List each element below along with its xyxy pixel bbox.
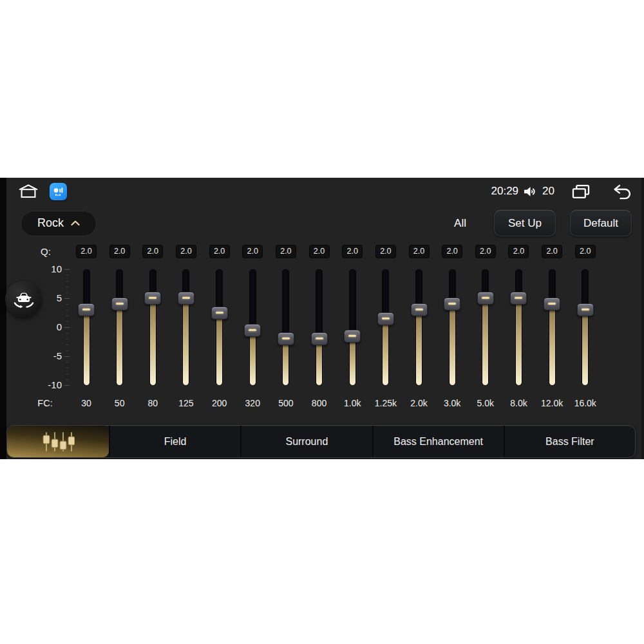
slider-handle-grip (216, 312, 223, 314)
slider-fill (482, 298, 488, 385)
q-value-box[interactable]: 2.0 (475, 245, 496, 258)
scale-tick (64, 269, 70, 270)
scale-tick (66, 350, 69, 351)
fc-row-label: FC: (32, 398, 58, 408)
slider-fill (350, 336, 355, 386)
q-value-box[interactable]: 2.0 (142, 245, 163, 258)
slider-handle[interactable] (144, 292, 161, 305)
slider-handle[interactable] (577, 303, 594, 316)
slider-handle-grip (149, 297, 156, 299)
q-value-box[interactable]: 2.0 (375, 245, 396, 258)
car-surround-button[interactable] (5, 281, 42, 317)
slider-handle-grip (282, 337, 290, 339)
slider-handle-grip (382, 317, 390, 319)
frequency-label: 16.0k (566, 398, 605, 408)
head-unit-screen: 20:29 20 (0, 178, 644, 459)
scale-tick (66, 316, 69, 316)
gain-scale-label: 10 (26, 263, 62, 275)
slider-handle-grip (348, 335, 356, 337)
tab-bar: Field Surround Bass Enhancement Bass Fil… (6, 425, 636, 458)
page: 20:29 20 (0, 0, 644, 644)
slider-fill (316, 339, 322, 385)
scale-tick (64, 385, 70, 386)
q-value-box[interactable]: 2.0 (176, 245, 196, 258)
tab-bass-filter[interactable]: Bass Filter (504, 426, 635, 457)
scale-tick (66, 310, 69, 310)
scale-tick (64, 298, 70, 299)
tab-bass-enhancement[interactable]: Bass Enhancement (372, 426, 504, 457)
gain-scale-label: 0 (26, 321, 62, 333)
slider-handle[interactable] (411, 303, 428, 316)
q-value-box[interactable]: 2.0 (575, 245, 596, 258)
gain-scale-label: -10 (26, 379, 62, 391)
q-value-box[interactable]: 2.0 (209, 245, 230, 258)
slider-handle[interactable] (278, 332, 294, 345)
scale-tick (66, 287, 69, 287)
slider-handle[interactable] (510, 292, 527, 305)
scale-tick (66, 379, 69, 380)
slider-fill (383, 319, 388, 386)
car-surround-icon (11, 287, 37, 312)
slider-handle-grip (415, 308, 423, 310)
slider-handle[interactable] (311, 332, 328, 345)
q-value-box[interactable]: 2.0 (76, 245, 97, 258)
scale-tick (66, 275, 69, 276)
equalizer-panel: Q: FC: 1050-5-102.0302.0502.0802.01252.0… (0, 178, 644, 459)
slider-fill (216, 313, 222, 386)
slider-handle-grip (116, 303, 124, 305)
scale-tick (64, 327, 70, 328)
slider-handle-grip (482, 297, 489, 299)
slider-handle[interactable] (78, 303, 95, 316)
slider-handle[interactable] (178, 292, 194, 305)
equalizer-sliders-icon (41, 431, 75, 453)
scale-tick (66, 304, 69, 305)
slider-handle[interactable] (477, 292, 494, 305)
q-value-box[interactable]: 2.0 (409, 245, 430, 258)
slider-fill (549, 304, 555, 385)
q-value-box[interactable]: 2.0 (508, 245, 529, 258)
slider-fill (117, 304, 122, 385)
slider-handle[interactable] (377, 312, 394, 325)
slider-handle-grip (548, 303, 556, 305)
slider-handle[interactable] (244, 324, 261, 337)
tab-equalizer[interactable] (7, 426, 109, 457)
scale-tick (66, 362, 69, 363)
scale-tick (66, 345, 69, 345)
slider-handle-grip (582, 308, 589, 310)
scale-tick (66, 339, 69, 339)
q-value-box[interactable]: 2.0 (109, 245, 130, 258)
slider-fill (582, 310, 588, 385)
slider-handle-grip (515, 297, 522, 299)
q-value-box[interactable]: 2.0 (309, 245, 330, 258)
tab-surround[interactable]: Surround (240, 426, 372, 457)
slider-handle[interactable] (444, 298, 460, 310)
q-value-box[interactable]: 2.0 (276, 245, 296, 258)
slider-fill (516, 298, 522, 385)
slider-fill (416, 310, 422, 385)
scale-tick (66, 281, 69, 281)
slider-handle-grip (249, 329, 256, 331)
slider-handle[interactable] (544, 298, 560, 310)
slider-handle[interactable] (111, 298, 128, 310)
slider-fill (84, 310, 90, 385)
scale-tick (66, 368, 69, 368)
slider-fill (150, 298, 156, 385)
slider-fill (250, 330, 256, 386)
q-value-box[interactable]: 2.0 (442, 245, 462, 258)
slider-handle[interactable] (344, 330, 361, 343)
scale-tick (66, 374, 69, 374)
slider-handle[interactable] (211, 307, 228, 319)
q-value-box[interactable]: 2.0 (242, 245, 263, 258)
slider-handle-grip (316, 337, 323, 339)
tab-field[interactable]: Field (109, 426, 240, 457)
slider-handle-grip (82, 308, 90, 310)
slider-fill (183, 298, 189, 385)
slider-fill (450, 304, 455, 385)
scale-tick (66, 321, 69, 322)
slider-fill (283, 339, 289, 385)
scale-tick (64, 356, 70, 357)
q-value-box[interactable]: 2.0 (342, 245, 363, 258)
scale-tick (66, 333, 69, 334)
scale-tick (66, 292, 69, 293)
q-value-box[interactable]: 2.0 (542, 245, 562, 258)
